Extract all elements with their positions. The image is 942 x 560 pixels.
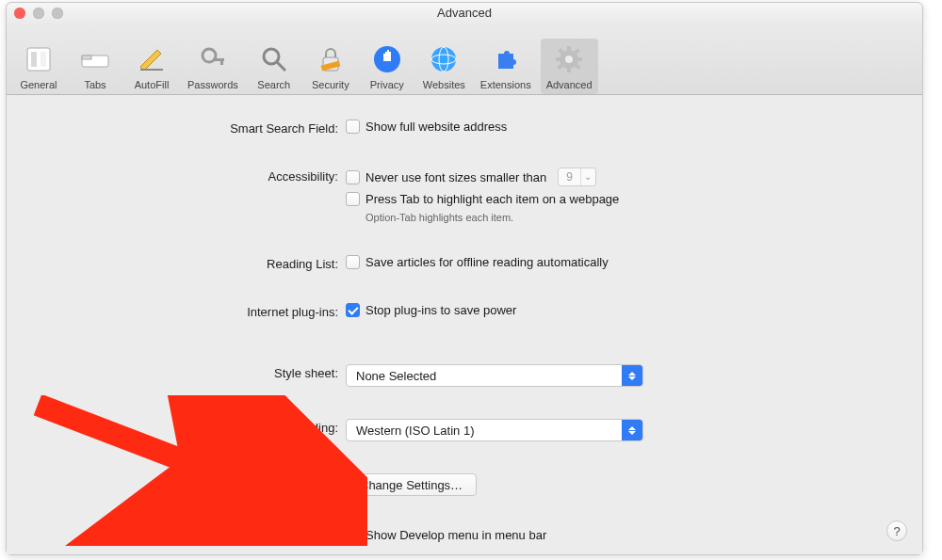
tab-search[interactable]: Search xyxy=(248,39,300,94)
tab-label: Privacy xyxy=(370,79,404,90)
svg-rect-1 xyxy=(31,52,37,67)
press-tab-checkbox[interactable]: Press Tab to highlight each item on a we… xyxy=(346,192,619,206)
puzzle-icon xyxy=(489,42,523,76)
tab-websites[interactable]: Websites xyxy=(417,39,471,94)
svg-rect-19 xyxy=(567,46,571,52)
updown-icon xyxy=(622,420,642,440)
checkbox[interactable] xyxy=(346,255,360,269)
globe-icon xyxy=(427,42,461,76)
tab-label: Tabs xyxy=(84,79,106,90)
svg-point-18 xyxy=(565,56,573,63)
tab-passwords[interactable]: Passwords xyxy=(182,39,244,94)
smart-search-label: Smart Search Field: xyxy=(7,120,346,136)
encoding-label: Default encoding: xyxy=(7,419,346,435)
tab-label: Advanced xyxy=(546,79,593,90)
checkbox-label: Stop plug-ins to save power xyxy=(365,303,516,317)
preferences-window: Advanced General Tabs AutoFill Passwords xyxy=(6,2,923,555)
tab-advanced[interactable]: Advanced xyxy=(541,39,598,94)
checkbox-label: Press Tab to highlight each item on a we… xyxy=(365,192,619,206)
svg-point-9 xyxy=(264,49,279,64)
tab-label: Security xyxy=(312,79,349,90)
svg-rect-4 xyxy=(82,56,91,59)
advanced-pane: Smart Search Field: Show full website ad… xyxy=(7,95,922,554)
lock-icon xyxy=(314,42,348,76)
reading-list-label: Reading List: xyxy=(7,255,346,271)
show-develop-menu-checkbox[interactable]: Show Develop menu in menu bar xyxy=(346,528,546,542)
preferences-toolbar: General Tabs AutoFill Passwords Search xyxy=(7,24,922,95)
svg-line-10 xyxy=(277,62,285,71)
svg-rect-21 xyxy=(556,57,561,61)
stepper-value: 9 xyxy=(559,170,580,184)
checkbox[interactable] xyxy=(346,192,360,206)
tab-label: Passwords xyxy=(187,79,238,90)
zoom-icon[interactable] xyxy=(52,8,63,19)
updown-icon xyxy=(622,365,642,386)
tab-privacy[interactable]: Privacy xyxy=(361,39,414,94)
plugins-label: Internet plug-ins: xyxy=(7,303,346,319)
help-label: ? xyxy=(893,524,900,538)
tab-label: AutoFill xyxy=(135,79,170,90)
titlebar: Advanced xyxy=(7,3,922,24)
select-value: None Selected xyxy=(347,369,622,383)
encoding-select[interactable]: Western (ISO Latin 1) xyxy=(346,419,643,441)
min-font-checkbox[interactable]: Never use font sizes smaller than 9 ⌄ xyxy=(346,168,596,186)
tab-tabs[interactable]: Tabs xyxy=(69,39,122,94)
checkbox-label: Save articles for offline reading automa… xyxy=(365,255,609,269)
checkbox[interactable] xyxy=(346,528,360,542)
help-button[interactable]: ? xyxy=(886,520,907,541)
stylesheet-label: Style sheet: xyxy=(7,364,346,380)
checkbox[interactable] xyxy=(346,170,360,184)
svg-point-14 xyxy=(431,47,456,72)
hand-icon xyxy=(370,42,404,76)
tab-label: Search xyxy=(257,79,290,90)
change-settings-button[interactable]: Change Settings… xyxy=(346,473,477,496)
select-value: Western (ISO Latin 1) xyxy=(347,424,622,438)
svg-rect-2 xyxy=(41,52,46,67)
tab-label: General xyxy=(20,79,57,90)
tab-extensions[interactable]: Extensions xyxy=(475,39,537,94)
accessibility-hint: Option-Tab highlights each item. xyxy=(365,212,513,223)
tab-label: Websites xyxy=(423,79,465,90)
checkbox[interactable] xyxy=(346,303,360,317)
tab-autofill[interactable]: AutoFill xyxy=(125,39,178,94)
min-font-stepper[interactable]: 9 ⌄ xyxy=(558,168,596,186)
svg-rect-8 xyxy=(220,58,223,65)
close-icon[interactable] xyxy=(14,8,25,19)
window-title: Advanced xyxy=(437,6,492,20)
accessibility-label: Accessibility: xyxy=(7,168,346,184)
checkbox-label: Never use font sizes smaller than xyxy=(365,170,546,184)
minimize-icon[interactable] xyxy=(33,8,44,19)
tab-general[interactable]: General xyxy=(12,39,65,94)
key-icon xyxy=(196,42,230,76)
svg-rect-5 xyxy=(140,69,163,71)
stop-plugins-checkbox[interactable]: Stop plug-ins to save power xyxy=(346,303,516,317)
tab-label: Extensions xyxy=(480,79,531,90)
show-full-url-checkbox[interactable]: Show full website address xyxy=(346,120,507,134)
svg-rect-22 xyxy=(577,57,582,61)
window-controls xyxy=(14,8,63,19)
checkbox-label: Show Develop menu in menu bar xyxy=(365,528,546,542)
svg-rect-0 xyxy=(27,48,50,71)
checkbox[interactable] xyxy=(346,120,360,134)
tabs-icon xyxy=(78,42,112,76)
checkbox-label: Show full website address xyxy=(365,120,507,134)
chevron-down-icon[interactable]: ⌄ xyxy=(580,168,595,185)
proxies-label: Proxies: xyxy=(7,473,346,489)
svg-rect-20 xyxy=(567,67,571,72)
tab-security[interactable]: Security xyxy=(304,39,357,94)
switch-icon xyxy=(22,42,56,76)
magnifier-icon xyxy=(257,42,291,76)
gear-icon xyxy=(552,42,586,76)
save-offline-checkbox[interactable]: Save articles for offline reading automa… xyxy=(346,255,609,269)
stylesheet-select[interactable]: None Selected xyxy=(346,364,643,387)
pencil-icon xyxy=(135,42,169,76)
button-label: Change Settings… xyxy=(360,478,463,492)
